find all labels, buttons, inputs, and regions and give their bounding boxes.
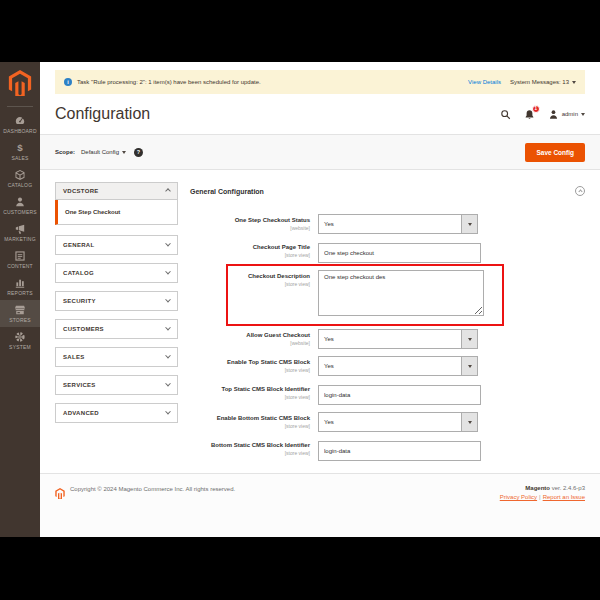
nav-section-advanced[interactable]: ADVANCED xyxy=(55,403,178,423)
system-icon xyxy=(14,331,26,343)
field-label: Checkout Page Title[store view] xyxy=(190,241,318,263)
system-message-bar: i Task "Rule processing: 2": 1 item(s) h… xyxy=(55,70,585,94)
sidebar-item-label: MARKETING xyxy=(4,236,36,242)
nav-section-security[interactable]: SECURITY xyxy=(55,291,178,311)
save-config-button[interactable]: Save Config xyxy=(525,143,585,162)
content-icon xyxy=(14,250,26,262)
scope-bar: Scope: Default Config ? Save Config xyxy=(40,134,600,170)
select-arrow-icon xyxy=(461,357,477,375)
field-row: Checkout Page Title[store view] xyxy=(190,241,585,263)
nav-section-sales[interactable]: SALES xyxy=(55,347,178,367)
sidebar-divider xyxy=(7,106,33,107)
scope-hint: [website] xyxy=(190,225,310,231)
chevron-down-icon xyxy=(165,297,171,303)
catalog-icon xyxy=(14,169,26,181)
scope-switcher[interactable]: Default Config xyxy=(81,149,126,155)
field-row: Enable Top Static CMS Block[store view]Y… xyxy=(190,356,585,376)
nav-item-one-step-checkout[interactable]: One Step Checkout xyxy=(55,200,178,225)
magento-logo-icon[interactable] xyxy=(8,70,32,100)
input-checkout-page-title[interactable] xyxy=(318,243,481,263)
field-row: Enable Bottom Static CMS Block[store vie… xyxy=(190,412,585,432)
sidebar-item-system[interactable]: SYSTEM xyxy=(0,327,40,354)
info-icon: i xyxy=(64,78,72,86)
main-area: i Task "Rule processing: 2": 1 item(s) h… xyxy=(40,62,600,537)
nav-collapsed-sections: GENERALCATALOGSECURITYCUSTOMERSSALESSERV… xyxy=(55,235,178,423)
field-label: Allow Guest Checkout[website] xyxy=(190,329,318,349)
notifications-bell-icon[interactable]: 1 xyxy=(524,109,535,120)
sidebar-item-label: CONTENT xyxy=(7,263,33,269)
textarea-checkout-description[interactable] xyxy=(318,270,484,316)
nav-section-vdcstore[interactable]: VDCSTORE xyxy=(55,182,178,200)
scope-hint: [website] xyxy=(190,340,310,346)
field-label: Bottom Static CMS Block Identifier[store… xyxy=(190,439,318,461)
select-one-step-checkout-status[interactable]: Yes xyxy=(318,214,478,234)
sidebar-item-label: STORES xyxy=(9,317,31,323)
general-configuration-form: General Configuration One Step Checkout … xyxy=(190,182,585,473)
sidebar-item-sales[interactable]: $SALES xyxy=(0,138,40,165)
view-details-link[interactable]: View Details xyxy=(468,79,501,85)
scope-hint: [store view] xyxy=(190,367,310,373)
scope-help-icon[interactable]: ? xyxy=(134,148,143,157)
chevron-down-icon xyxy=(165,409,171,415)
collapse-section-icon[interactable] xyxy=(575,186,585,196)
nav-section-customers[interactable]: CUSTOMERS xyxy=(55,319,178,339)
select-enable-bottom-static-cms-block[interactable]: Yes xyxy=(318,412,478,432)
chevron-down-icon xyxy=(165,381,171,387)
admin-username: admin xyxy=(562,111,578,117)
field-label: One Step Checkout Status[website] xyxy=(190,214,318,234)
nav-section-general[interactable]: GENERAL xyxy=(55,235,178,255)
report-issue-link[interactable]: Report an Issue xyxy=(543,494,585,500)
sidebar-item-stores[interactable]: STORES xyxy=(0,300,40,327)
system-messages-dropdown[interactable]: System Messages: 13 xyxy=(510,79,576,85)
sidebar-item-label: REPORTS xyxy=(7,290,32,296)
privacy-policy-link[interactable]: Privacy Policy xyxy=(500,494,537,500)
caret-down-icon xyxy=(572,81,576,84)
field-row: Bottom Static CMS Block Identifier[store… xyxy=(190,439,585,461)
magento-footer-logo-icon xyxy=(55,485,65,503)
sidebar-item-reports[interactable]: REPORTS xyxy=(0,273,40,300)
scope-hint: [store view] xyxy=(190,450,310,456)
scope-hint: [store view] xyxy=(190,423,310,429)
sidebar-item-catalog[interactable]: CATALOG xyxy=(0,165,40,192)
field-label: Enable Top Static CMS Block[store view] xyxy=(190,356,318,376)
scope-label: Scope: xyxy=(55,149,75,155)
section-heading: General Configuration xyxy=(190,188,264,195)
input-bottom-static-cms-block-identifier[interactable] xyxy=(318,441,481,461)
nav-section-catalog[interactable]: CATALOG xyxy=(55,263,178,283)
notification-message: Task "Rule processing: 2": 1 item(s) hav… xyxy=(77,79,468,85)
field-label: Top Static CMS Block Identifier[store vi… xyxy=(190,383,318,405)
search-icon[interactable] xyxy=(500,109,511,120)
sidebar-nav: DASHBOARD$SALESCATALOGCUSTOMERSMARKETING… xyxy=(0,111,40,354)
reports-icon xyxy=(14,277,26,289)
scope-hint: [store view] xyxy=(190,252,310,258)
select-enable-top-static-cms-block[interactable]: Yes xyxy=(318,356,478,376)
sidebar-item-dashboard[interactable]: DASHBOARD xyxy=(0,111,40,138)
config-nav: VDCSTORE One Step Checkout GENERALCATALO… xyxy=(55,182,178,473)
select-arrow-icon xyxy=(461,330,477,348)
sidebar-item-marketing[interactable]: MARKETING xyxy=(0,219,40,246)
scope-hint: [store view] xyxy=(190,394,310,400)
admin-account-menu[interactable]: admin xyxy=(548,109,585,120)
sidebar-item-customers[interactable]: CUSTOMERS xyxy=(0,192,40,219)
select-arrow-icon xyxy=(461,215,477,233)
main-menu-sidebar: DASHBOARD$SALESCATALOGCUSTOMERSMARKETING… xyxy=(0,62,40,537)
field-row: Allow Guest Checkout[website]Yes xyxy=(190,329,585,349)
nav-section-services[interactable]: SERVICES xyxy=(55,375,178,395)
marketing-icon xyxy=(14,223,26,235)
svg-text:$: $ xyxy=(17,142,23,153)
chevron-up-icon xyxy=(165,188,171,194)
copyright-text: Copyright © 2024 Magento Commerce Inc. A… xyxy=(70,485,235,492)
fields-list: One Step Checkout Status[website]YesChec… xyxy=(190,214,585,461)
scope-hint: [store view] xyxy=(190,281,310,287)
select-allow-guest-checkout[interactable]: Yes xyxy=(318,329,478,349)
sidebar-item-label: CATALOG xyxy=(8,182,33,188)
caret-down-icon xyxy=(122,151,126,154)
notification-count-badge: 1 xyxy=(532,105,540,113)
input-top-static-cms-block-identifier[interactable] xyxy=(318,385,481,405)
sidebar-item-content[interactable]: CONTENT xyxy=(0,246,40,273)
chevron-down-icon xyxy=(165,325,171,331)
page-header: Configuration 1 admin xyxy=(40,94,600,134)
dashboard-icon xyxy=(14,115,26,127)
field-label: Enable Bottom Static CMS Block[store vie… xyxy=(190,412,318,432)
field-row: Top Static CMS Block Identifier[store vi… xyxy=(190,383,585,405)
